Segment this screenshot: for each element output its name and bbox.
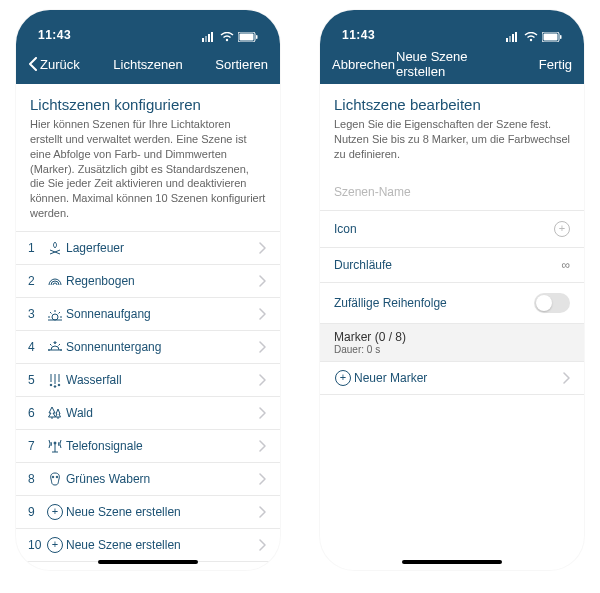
new-marker-label: Neuer Marker (354, 371, 562, 385)
chevron-right-icon (258, 308, 266, 320)
scene-number: 3 (28, 307, 44, 321)
battery-icon (542, 32, 562, 42)
chevron-right-icon (258, 407, 266, 419)
nav-bar: Abbrechen Neue Szene erstellen Fertig (320, 44, 584, 84)
status-indicators (202, 32, 258, 42)
svg-rect-17 (512, 34, 514, 42)
svg-rect-0 (202, 38, 204, 42)
status-bar: 11:43 (320, 10, 584, 44)
scene-row[interactable]: 3Sonnenaufgang (16, 298, 280, 331)
scene-row[interactable]: 10+Neue Szene erstellen (16, 529, 280, 562)
nav-bar: Zurück Lichtszenen Sortieren (16, 44, 280, 84)
icon-row[interactable]: Icon + (320, 211, 584, 248)
scene-row[interactable]: 7Telefonsignale (16, 430, 280, 463)
home-indicator[interactable] (98, 560, 198, 564)
scene-number: 4 (28, 340, 44, 354)
scene-row[interactable]: 2Regenbogen (16, 265, 280, 298)
svg-point-19 (530, 39, 532, 41)
sunset-icon (44, 339, 66, 355)
scene-list: 1Lagerfeuer2Regenbogen3Sonnenaufgang4Son… (16, 231, 280, 562)
scene-label: Lagerfeuer (66, 241, 258, 255)
scene-number: 5 (28, 373, 44, 387)
loops-row[interactable]: Durchläufe ∞ (320, 248, 584, 283)
scene-number: 9 (28, 505, 44, 519)
new-marker-row[interactable]: + Neuer Marker (320, 362, 584, 395)
svg-point-8 (52, 314, 58, 320)
icon-label: Icon (334, 222, 357, 236)
home-indicator[interactable] (402, 560, 502, 564)
plus-icon: + (44, 537, 66, 553)
phone-right: 11:43 Abbrechen Neue Szene erstellen Fer… (320, 10, 584, 570)
loops-label: Durchläufe (334, 258, 392, 272)
status-indicators (506, 32, 562, 42)
svg-rect-2 (208, 34, 210, 42)
battery-icon (238, 32, 258, 42)
chevron-right-icon (258, 275, 266, 287)
scene-number: 8 (28, 472, 44, 486)
done-button[interactable]: Fertig (508, 57, 572, 72)
scene-number: 2 (28, 274, 44, 288)
sort-label: Sortieren (215, 57, 268, 72)
chevron-left-icon (28, 57, 38, 71)
svg-point-4 (226, 39, 228, 41)
svg-rect-7 (256, 35, 258, 39)
scene-row[interactable]: 6Wald (16, 397, 280, 430)
signal-icon (202, 32, 216, 42)
scene-row[interactable]: 1Lagerfeuer (16, 231, 280, 265)
sort-button[interactable]: Sortieren (204, 57, 268, 72)
chevron-right-icon (258, 341, 266, 353)
marker-duration: Dauer: 0 s (334, 344, 570, 355)
campfire-icon (44, 240, 66, 256)
content: Lichtszenen konfigurieren Hier können Sz… (16, 84, 280, 570)
chevron-right-icon (562, 372, 570, 384)
scene-name-placeholder: Szenen-Name (334, 185, 411, 199)
svg-rect-16 (509, 36, 511, 42)
svg-rect-6 (240, 34, 254, 41)
back-button[interactable]: Zurück (28, 57, 92, 72)
plus-circle-icon: + (332, 370, 354, 386)
status-bar: 11:43 (16, 10, 280, 44)
cancel-button[interactable]: Abbrechen (332, 57, 396, 72)
svg-point-11 (58, 384, 60, 386)
blob-icon (44, 471, 66, 487)
scene-label: Neue Szene erstellen (66, 538, 258, 552)
forest-icon (44, 405, 66, 421)
scene-row[interactable]: 9+Neue Szene erstellen (16, 496, 280, 529)
random-order-label: Zufällige Reihenfolge (334, 296, 447, 310)
signal-icon (506, 32, 520, 42)
random-order-row[interactable]: Zufällige Reihenfolge (320, 283, 584, 324)
svg-rect-3 (211, 32, 213, 42)
scene-row[interactable]: 4Sonnenuntergang (16, 331, 280, 364)
svg-rect-15 (506, 38, 508, 42)
phone-left: 11:43 Zurück Lichtszenen Sortieren Licht… (16, 10, 280, 570)
cancel-label: Abbrechen (332, 57, 395, 72)
page-title: Lichtszene bearbeiten (320, 84, 584, 117)
scene-label: Wasserfall (66, 373, 258, 387)
chevron-right-icon (258, 473, 266, 485)
nav-title: Neue Szene erstellen (396, 49, 508, 79)
svg-rect-18 (515, 32, 517, 42)
scene-label: Sonnenuntergang (66, 340, 258, 354)
scene-label: Neue Szene erstellen (66, 505, 258, 519)
plus-icon: + (44, 504, 66, 520)
plus-circle-icon: + (554, 221, 570, 237)
scene-number: 7 (28, 439, 44, 453)
scene-number: 6 (28, 406, 44, 420)
scene-name-input[interactable]: Szenen-Name (320, 172, 584, 211)
status-time: 11:43 (38, 28, 71, 42)
page-title: Lichtszenen konfigurieren (16, 84, 280, 117)
random-order-switch[interactable] (534, 293, 570, 313)
loops-value: ∞ (561, 258, 570, 272)
nav-title: Lichtszenen (113, 57, 182, 72)
svg-rect-1 (205, 36, 207, 42)
wifi-icon (524, 32, 538, 42)
chevron-right-icon (258, 506, 266, 518)
svg-point-9 (50, 384, 52, 386)
sunrise-icon (44, 306, 66, 322)
page-description: Hier können Szenen für Ihre Lichtaktoren… (16, 117, 280, 231)
scene-row[interactable]: 5Wasserfall (16, 364, 280, 397)
scene-row[interactable]: 8Grünes Wabern (16, 463, 280, 496)
status-time: 11:43 (342, 28, 375, 42)
chevron-right-icon (258, 374, 266, 386)
marker-header: Marker (0 / 8) Dauer: 0 s (320, 324, 584, 362)
